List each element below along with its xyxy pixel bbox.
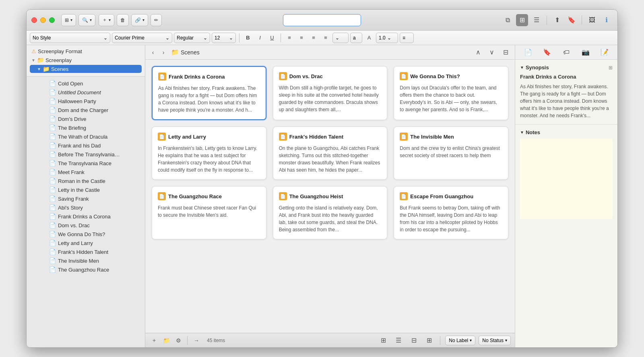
photo-button[interactable]: 🖼 (586, 14, 598, 26)
sidebar-item[interactable]: 📄Halloween Party (28, 97, 143, 106)
sidebar-toggle-button[interactable]: ⊞ ▾ (61, 14, 76, 26)
size-select[interactable]: 12 ⌄ (212, 33, 236, 43)
case-select[interactable]: a (350, 33, 362, 43)
sort-up-button[interactable]: ∧ (472, 46, 484, 58)
sidebar-item[interactable]: 📄Dom's Drive (28, 114, 143, 123)
list-small-button[interactable]: ☰ (392, 334, 405, 347)
panel-camera-icon[interactable]: 📷 (580, 46, 592, 58)
sidebar-item[interactable]: 📄Before The Transylvania… (28, 150, 143, 159)
minimize-button[interactable] (40, 17, 46, 23)
underline-button[interactable]: U (267, 33, 277, 43)
chevron-icon: ⌄ (387, 35, 391, 41)
sidebar-item[interactable]: 📄The Briefing (28, 123, 143, 132)
list-select[interactable]: ≡ (400, 33, 414, 43)
sidebar-item[interactable]: 📄Cold Open (28, 79, 143, 88)
scene-card[interactable]: 📄Frank's Hidden TalentOn the plane to Gu… (273, 127, 388, 180)
doc-icon: 📄 (49, 98, 56, 104)
delete-button[interactable]: 🗑 (117, 14, 129, 26)
move-button[interactable]: → (192, 336, 201, 345)
sidebar-item[interactable]: 📄Roman in the Castle (28, 176, 143, 185)
weight-label: Regular (177, 35, 194, 41)
share-button[interactable]: ⬆ (551, 14, 563, 26)
maximize-button[interactable] (49, 17, 55, 23)
sort-down-button[interactable]: ∨ (486, 46, 498, 58)
sidebar-item[interactable]: 📄Saving Frank (28, 194, 143, 203)
scene-card[interactable]: 📄The Guangzhou RaceFrank must beat Chine… (152, 186, 266, 239)
close-button[interactable] (31, 17, 37, 23)
panel-label-icon[interactable]: 🏷 (560, 46, 572, 58)
chevron-icon: ▾ (142, 18, 144, 22)
font-select[interactable]: Courier Prime ⌄ (112, 33, 172, 43)
scene-card-icon: 📄 (158, 73, 166, 81)
scene-card[interactable]: 📄Dom vs. DracWith Dom still a high-profi… (273, 66, 388, 120)
scene-card[interactable]: 📄The Guangzhou HeistGetting onto the isl… (273, 186, 388, 239)
panel-doc-icon[interactable]: 📄 (522, 46, 534, 58)
scene-card[interactable]: 📄We Gonna Do This?Dom lays out Dracula's… (394, 66, 508, 120)
italic-button[interactable]: I (255, 33, 265, 43)
collapse-button[interactable]: ⊟ (500, 46, 512, 58)
label-select[interactable]: No Label ▾ (445, 336, 475, 345)
text-size-increase[interactable]: A (364, 33, 374, 43)
sidebar-item[interactable]: 📄The Wrath of Dracula (28, 132, 143, 141)
align-right-button[interactable]: ≡ (308, 33, 319, 43)
grid-view-button[interactable]: ⊞ (516, 14, 528, 26)
scenes-folder-item[interactable]: ▼ 📁 Scenes (30, 65, 142, 73)
edit-button[interactable]: ✏ (151, 14, 162, 26)
sidebar-item[interactable]: 📄Frank's Hidden Talent (28, 247, 143, 256)
sidebar-item[interactable]: 📄Abi's Story (28, 203, 143, 212)
search-button[interactable]: 🔍 ▾ (78, 14, 95, 26)
align-justify-button[interactable]: ≡ (320, 33, 331, 43)
doc-icon: 📄 (49, 107, 56, 113)
search-input[interactable]: Scenes (283, 14, 361, 26)
scene-card[interactable]: 📄Letty and LarryIn Frankenstein's lab, L… (152, 127, 266, 180)
screenplay-format-item[interactable]: ⚠ Screenplay Format (30, 48, 142, 55)
add-folder-button[interactable]: 📁 (161, 336, 171, 345)
sidebar-item[interactable]: 📄Meet Frank (28, 168, 143, 176)
sidebar-item[interactable]: 📄Letty in the Castle (28, 185, 143, 194)
info-button[interactable]: ℹ (601, 14, 613, 26)
list-view-button[interactable]: ☰ (530, 14, 543, 26)
align-center-button[interactable]: ≡ (296, 33, 307, 43)
scene-card[interactable]: 📄Frank Drinks a CoronaAs Abi finishes he… (152, 66, 266, 120)
group-button[interactable]: ⊞ (423, 334, 435, 347)
settings-button[interactable]: ⚙ (173, 336, 183, 345)
panel-bookmark-icon[interactable]: 🔖 (541, 46, 553, 58)
line-spacing-select[interactable]: 1.0 ⌄ (376, 33, 398, 43)
sidebar-item[interactable]: 📄Letty and Larry (28, 239, 143, 247)
grid-view-small-button[interactable]: ⊞ (377, 334, 389, 347)
sidebar-item[interactable]: 📄Frank and his Dad (28, 141, 143, 150)
nav-forward-button[interactable]: › (159, 48, 168, 57)
sidebar-item-label: Frank Drinks a Corona (58, 214, 111, 220)
add-scene-button[interactable]: ＋ (149, 336, 159, 345)
copy-button[interactable]: ⧉ (502, 14, 514, 26)
sidebar-item[interactable]: 📄Dom vs. Drac (28, 221, 143, 230)
triangle-down-icon: ▼ (520, 130, 524, 135)
link-button[interactable]: 🔗 ▾ (131, 14, 148, 26)
screenplay-item[interactable]: ▼ 📁 Screenplay (30, 56, 142, 64)
sidebar-item[interactable]: 📄Dom and the Charger (28, 106, 143, 114)
more-select[interactable]: ⌄ (332, 33, 349, 43)
weight-select[interactable]: Regular ⌄ (174, 33, 210, 43)
add-button[interactable]: ＋ ▾ (99, 14, 114, 26)
status-select[interactable]: No Status ▾ (479, 336, 511, 345)
scene-card-icon: 📄 (400, 133, 408, 141)
bookmark-button[interactable]: 🔖 (566, 14, 578, 26)
sidebar-item[interactable]: 📄The Guangzhou Race (28, 265, 143, 274)
sidebar-item[interactable]: 📄Untitled Document (28, 88, 143, 97)
style-select[interactable]: No Style ⌄ (30, 33, 110, 43)
scene-card[interactable]: 📄The Invisible MenDom and the crew try t… (394, 127, 508, 180)
panel-note-icon[interactable]: 📝 (599, 46, 611, 58)
align-left-button[interactable]: ≡ (284, 33, 295, 43)
synopsis-expand-button[interactable]: ⊞ (609, 65, 613, 71)
sidebar-item[interactable]: 📄The Invisible Men (28, 256, 143, 265)
notes-content[interactable] (520, 139, 613, 219)
bold-button[interactable]: B (243, 33, 253, 43)
sidebar-item[interactable]: 📄Frank Drinks a Corona (28, 212, 143, 221)
sidebar-item[interactable]: 📄We Gonna Do This? (28, 230, 143, 239)
scene-card[interactable]: 📄Escape From GuangzhouBut Frank seems to… (394, 186, 508, 239)
search-icon: 🔍 (82, 17, 88, 23)
arrange-button[interactable]: ⊟ (408, 334, 420, 347)
nav-back-button[interactable]: ‹ (149, 48, 157, 57)
triangle-down-icon: ▼ (31, 58, 35, 62)
sidebar-item[interactable]: 📄The Transylvania Race (28, 159, 143, 168)
